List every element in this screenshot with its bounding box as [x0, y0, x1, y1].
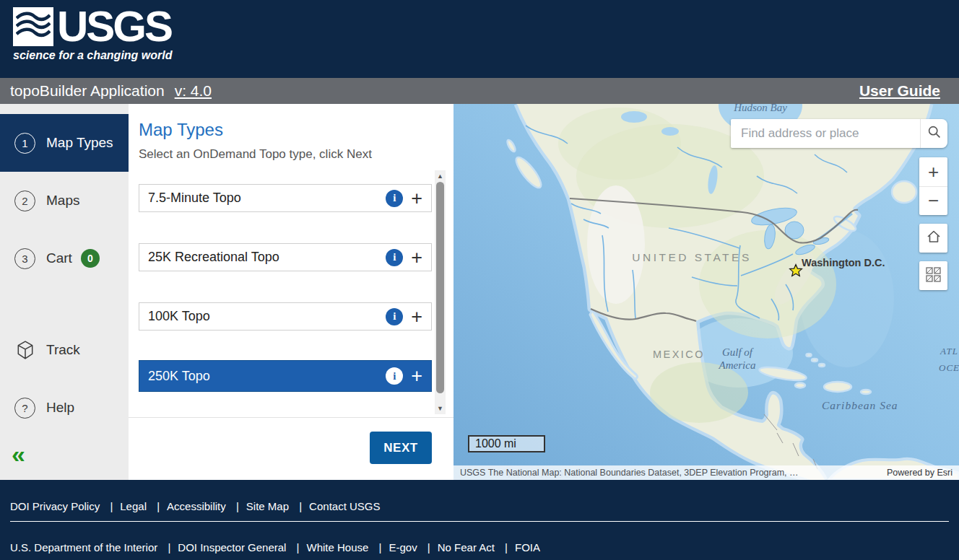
footer-link-contact-usgs[interactable]: Contact USGS [292, 500, 380, 512]
powered-by-esri[interactable]: Powered by Esri [887, 468, 953, 478]
add-icon[interactable]: + [411, 308, 422, 325]
panel-title: Map Types [139, 120, 223, 140]
zoom-controls: + − [919, 157, 947, 215]
footer-links-row1: DOI Privacy Policy Legal Accessibility S… [10, 500, 380, 512]
scroll-up-icon[interactable]: ▲ [435, 170, 446, 182]
step-1-circle: 1 [14, 133, 35, 154]
map-view[interactable]: Hudson Bay UNITED STATES Washington D.C.… [454, 104, 959, 480]
topo-type-label: 250K Topo [148, 369, 386, 384]
footer-link-site-map[interactable]: Site Map [229, 500, 289, 512]
step-3-circle: 3 [14, 248, 35, 269]
sidebar-item-maps[interactable]: 2 Maps [0, 172, 129, 229]
info-icon[interactable]: i [386, 249, 403, 266]
app-title: topoBuilder Application [10, 82, 165, 100]
topo-type-label: 25K Recreational Topo [148, 250, 386, 265]
question-icon: ? [14, 398, 35, 419]
topo-type-100k[interactable]: 100K Topo i + [139, 302, 432, 331]
sidebar-item-label: Map Types [46, 135, 113, 151]
version-link[interactable]: v: 4.0 [175, 82, 212, 100]
basemap-graphic: Hudson Bay UNITED STATES Washington D.C.… [454, 104, 959, 480]
next-button[interactable]: NEXT [370, 432, 432, 464]
zoom-out-button[interactable]: − [919, 186, 947, 215]
zoom-in-button[interactable]: + [919, 157, 947, 186]
scroll-down-icon[interactable]: ▼ [435, 403, 446, 414]
topo-type-250k[interactable]: 250K Topo i + [139, 360, 432, 392]
topo-type-label: 100K Topo [148, 309, 386, 324]
footer-link-egov[interactable]: E-gov [372, 541, 417, 554]
sidebar: 1 Map Types 2 Maps 3 Cart 0 Track [0, 104, 129, 480]
add-icon[interactable]: + [411, 367, 422, 385]
sidebar-item-track[interactable]: Track [0, 321, 129, 379]
sidebar-item-label: Maps [46, 193, 79, 209]
footer-divider [10, 521, 949, 522]
basemap-gallery-icon [926, 265, 941, 287]
usgs-logo-tagline: science for a changing world [13, 49, 173, 62]
footer-link-accessibility[interactable]: Accessibility [149, 500, 226, 512]
panel-subtitle: Select an OnDemand Topo type, click Next [139, 147, 372, 162]
info-icon[interactable]: i [386, 308, 403, 325]
zoom-out-icon: − [928, 190, 939, 212]
map-types-panel: Map Types Select an OnDemand Topo type, … [129, 104, 454, 480]
footer-link-white-house[interactable]: White House [290, 541, 369, 554]
footer-link-doi[interactable]: U.S. Department of the Interior [10, 541, 157, 554]
step-2-circle: 2 [14, 191, 35, 211]
search-input[interactable] [731, 119, 920, 148]
sidebar-item-label: Track [46, 342, 80, 358]
info-icon[interactable]: i [386, 367, 403, 385]
footer-link-legal[interactable]: Legal [103, 500, 147, 512]
map-label-caribbean-sea: Caribbean Sea [822, 399, 898, 411]
footer-link-foia[interactable]: FOIA [498, 541, 540, 554]
footer-link-doi-privacy[interactable]: DOI Privacy Policy [10, 500, 100, 512]
usgs-wave-icon [13, 7, 53, 46]
basemap-gallery-button[interactable] [919, 261, 947, 290]
topo-type-25k-recreational[interactable]: 25K Recreational Topo i + [139, 243, 432, 271]
map-attribution: USGS The National Map: National Boundari… [454, 465, 959, 480]
map-label-atlantic-line1: ATL [940, 346, 958, 356]
map-search [731, 119, 947, 148]
panel-divider [129, 417, 454, 418]
map-label-united-states: UNITED STATES [632, 251, 752, 263]
add-icon[interactable]: + [411, 190, 422, 207]
home-button[interactable] [919, 224, 947, 253]
sidebar-item-help[interactable]: ? Help [0, 379, 129, 437]
topo-type-label: 7.5-Minute Topo [148, 191, 386, 206]
usgs-header: USGS science for a changing world [0, 0, 959, 78]
add-icon[interactable]: + [411, 249, 422, 266]
cart-count-badge: 0 [81, 249, 100, 268]
map-label-hudson-bay: Hudson Bay [733, 104, 787, 113]
footer-link-inspector-general[interactable]: DOI Inspector General [160, 541, 286, 554]
user-guide-link[interactable]: User Guide [859, 82, 940, 100]
info-icon[interactable]: i [386, 190, 403, 207]
map-label-gulf-line1: Gulf of [722, 346, 754, 358]
sidebar-item-map-types[interactable]: 1 Map Types [0, 114, 129, 172]
topo-type-7-5-minute[interactable]: 7.5-Minute Topo i + [139, 184, 432, 212]
home-icon [926, 227, 942, 250]
collapse-sidebar-icon[interactable]: « [12, 442, 25, 466]
map-label-atlantic-line2: OCE [939, 362, 959, 373]
scale-bar: 1000 mi [468, 435, 545, 452]
panel-scrollbar[interactable]: ▲ ▼ [435, 170, 446, 414]
search-icon [927, 125, 942, 142]
footer-links-row2: U.S. Department of the Interior DOI Insp… [10, 541, 540, 554]
map-label-gulf-line2: America [719, 359, 756, 371]
map-label-washington-dc: Washington D.C. [802, 257, 885, 268]
titlebar: topoBuilder Application v: 4.0 User Guid… [0, 78, 959, 104]
scrollbar-thumb[interactable] [436, 182, 444, 393]
attribution-text: USGS The National Map: National Boundari… [460, 468, 799, 478]
zoom-in-icon: + [928, 161, 939, 183]
map-label-mexico: MEXICO [653, 349, 705, 360]
usgs-logo[interactable]: USGS science for a changing world [13, 7, 173, 62]
usgs-logo-title: USGS [57, 7, 171, 46]
sidebar-item-label: Help [46, 400, 74, 416]
cube-icon [14, 340, 35, 360]
topobuilder-app: USGS science for a changing world topoBu… [0, 0, 959, 560]
footer: DOI Privacy Policy Legal Accessibility S… [0, 480, 959, 560]
search-button[interactable] [920, 119, 947, 148]
sidebar-item-cart[interactable]: 3 Cart 0 [0, 229, 129, 287]
footer-link-no-fear-act[interactable]: No Fear Act [420, 541, 495, 554]
sidebar-item-label: Cart [46, 250, 72, 266]
